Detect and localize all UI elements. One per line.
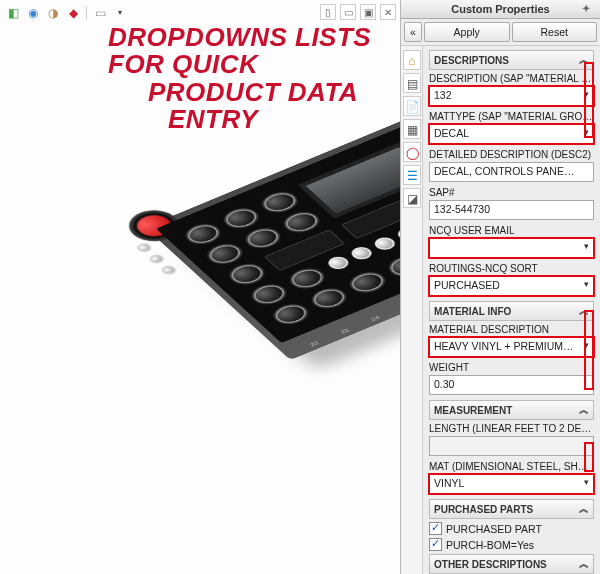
model-isometric: 2223 2425 3233 3435 [145,38,400,343]
shaded-icon[interactable]: ◉ [24,4,42,22]
panel-chassis: 2223 2425 3233 3435 [145,55,400,360]
pin-icon[interactable]: ✦ [582,3,594,15]
window-controls: ▯ ▭ ▣ ✕ [320,4,396,20]
tab-resources-icon[interactable]: ⌂ [403,50,421,70]
apply-reset-row: « Apply Reset [401,19,600,46]
section-header-material[interactable]: MATERIAL INFO ︽ [429,301,594,321]
section-title: OTHER DESCRIPTIONS [434,559,547,570]
apply-button[interactable]: Apply [424,22,510,42]
label-material-description: MATERIAL DESCRIPTION [429,324,594,335]
section-title: MEASUREMENT [434,405,512,416]
chevron-up-icon: ︽ [579,403,589,417]
panel-face [156,62,400,343]
properties-scroll[interactable]: DESCRIPTIONS ︽ DESCRIPTION (SAP "MATERIA… [423,46,600,574]
separator [86,6,87,20]
label-weight: WEIGHT [429,362,594,373]
checkbox-purchased-part[interactable] [429,522,442,535]
pane-title: Custom Properties [451,3,549,15]
section-title: MATERIAL INFO [434,306,511,317]
annotation-overlay: DROPDOWNS LISTS FOR QUICK PRODUCT DATA E… [108,24,400,133]
panel-numbers: 2223 2425 3233 3435 [308,251,400,348]
reset-button[interactable]: Reset [512,22,598,42]
section-header-other[interactable]: OTHER DESCRIPTIONS ︽ [429,554,594,574]
section-other-descriptions: OTHER DESCRIPTIONS ︽ NOTE [429,554,594,574]
label-length: LENGTH (LINEAR FEET TO 2 DECIMALS, IF AP… [429,423,594,434]
input-weight[interactable]: 0.30 [429,375,594,395]
section-descriptions: DESCRIPTIONS ︽ DESCRIPTION (SAP "MATERIA… [429,50,594,296]
dropdown-icon[interactable]: ▾ [111,4,129,22]
input-sapnum[interactable]: 132-544730 [429,200,594,220]
label-routings: ROUTINGS-NCQ SORT [429,263,594,274]
model-viewport[interactable]: ◧ ◉ ◑ ◆ ▭ ▾ ▯ ▭ ▣ ✕ DROPDOWNS LISTS FOR … [0,0,400,574]
tile-horizontal-icon[interactable]: ▯ [320,4,336,20]
checkbox-label: PURCHASED PART [446,523,542,535]
label-desc2: DETAILED DESCRIPTION (DESC2) [429,149,594,160]
tab-view-palette-icon[interactable]: ▦ [403,119,421,139]
overlay-line-3: PRODUCT DATA [108,79,400,106]
checkbox-purch-bom-row: PURCH-BOM=Yes [429,538,594,551]
shaded-edges-icon[interactable]: ◑ [44,4,62,22]
pane-title-bar: Custom Properties ✦ [401,0,600,19]
tab-appearances-icon[interactable]: ◯ [403,142,421,162]
taskpane-tabstrip: ⌂ ▤ 📄 ▦ ◯ ☰ ◪ [401,46,423,574]
section-purchased-parts: PURCHASED PARTS ︽ PURCHASED PART PURCH-B… [429,499,594,551]
label-description-sap: DESCRIPTION (SAP "MATERIAL GROUP") [429,73,594,84]
label-mattype: MATTYPE (SAP "MATERIAL GROUP") [429,111,594,122]
section-view-icon[interactable]: ◧ [4,4,22,22]
chevron-up-icon: ︽ [579,557,589,571]
section-header-purchased[interactable]: PURCHASED PARTS ︽ [429,499,594,519]
overlay-line-2: FOR QUICK [108,51,400,78]
input-routings[interactable]: PURCHASED [429,276,594,296]
input-desc2[interactable]: DECAL, CONTROLS PANEL FACE, 1-PC [429,162,594,182]
input-mattype[interactable]: DECAL [429,124,594,144]
tab-custom-properties-icon[interactable]: ☰ [403,165,421,185]
view-toolbar: ◧ ◉ ◑ ◆ ▭ ▾ [4,4,129,22]
custom-properties-pane: Custom Properties ✦ « Apply Reset ⌂ ▤ 📄 … [400,0,600,574]
section-title: PURCHASED PARTS [434,504,533,515]
label-sapnum: SAP# [429,187,594,198]
chevron-up-icon: ︽ [579,502,589,516]
overlay-line-1: DROPDOWNS LISTS [108,24,400,51]
perspective-icon[interactable]: ◆ [64,4,82,22]
section-header-measurement[interactable]: MEASUREMENT ︽ [429,400,594,420]
section-title: DESCRIPTIONS [434,55,509,66]
section-header-descriptions[interactable]: DESCRIPTIONS ︽ [429,50,594,70]
label-ncq-email: NCQ USER EMAIL [429,225,594,236]
switch-row [325,186,400,275]
display-screen [297,142,400,219]
tab-forum-icon[interactable]: ◪ [403,188,421,208]
checkbox-purchased-part-row: PURCHASED PART [429,522,594,535]
input-ncq-email[interactable] [429,238,594,258]
display-icon[interactable]: ▭ [91,4,109,22]
close-view-icon[interactable]: ✕ [380,4,396,20]
cascade-icon[interactable]: ▣ [360,4,376,20]
prev-button[interactable]: « [404,22,422,42]
chevron-up-icon: ︽ [579,53,589,67]
checkbox-purch-bom[interactable] [429,538,442,551]
checkbox-label: PURCH-BOM=Yes [446,539,534,551]
tab-file-explorer-icon[interactable]: 📄 [403,96,421,116]
section-material-info: MATERIAL INFO ︽ MATERIAL DESCRIPTION HEA… [429,301,594,395]
tile-vertical-icon[interactable]: ▭ [340,4,356,20]
input-material-description[interactable]: HEAVY VINYL + PREMIUM MATTE OVERLA [429,337,594,357]
input-description-sap[interactable]: 132 [429,86,594,106]
emergency-stop [119,204,188,247]
label-mat: MAT (DIMENSIONAL STEEL, SHOWS UP IN BOM [429,461,594,472]
input-length[interactable] [429,436,594,456]
input-mat[interactable]: VINYL [429,474,594,494]
toggle-switch-column [135,242,180,277]
section-measurement: MEASUREMENT ︽ LENGTH (LINEAR FEET TO 2 D… [429,400,594,494]
chevron-up-icon: ︽ [579,304,589,318]
tab-design-library-icon[interactable]: ▤ [403,73,421,93]
